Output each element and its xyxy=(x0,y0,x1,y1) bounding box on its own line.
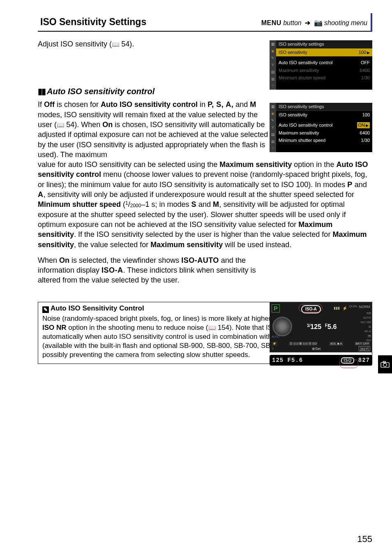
vf-strip-count: 827 xyxy=(358,357,370,364)
paragraph-3: When On is selected, the viewfinder show… xyxy=(38,255,272,285)
lcd1-title: ISO sensitivity settings xyxy=(276,40,372,49)
vf-norm: NORM xyxy=(359,304,371,309)
section-title: ISO Sensitivity Settings xyxy=(40,16,146,28)
lcd1-row-iso: ISO sensitivity100▶ xyxy=(276,49,372,56)
vf-mode: P xyxy=(272,304,280,313)
vf-strip-exposure: 125 F5.6 xyxy=(272,357,303,364)
intro-ref: 54 xyxy=(121,40,129,48)
vf-exposure: 1/125 F5.6 xyxy=(307,322,337,331)
vf-dial-icon xyxy=(272,317,292,336)
paragraph-2: value for auto ISO sensitivity can be se… xyxy=(38,160,372,250)
camera-icon: 📷 xyxy=(314,19,323,27)
vf-right-col: WB AUTOISO 100⊞AF-A[■]ISO xyxy=(359,311,371,343)
menu-button-suffix: button xyxy=(283,19,301,26)
intro-b: ). xyxy=(129,40,134,48)
lcd1-row-auto: Auto ISO sensitivity controlOFF xyxy=(276,59,372,67)
lcd2-row-min: Minimum shutter speed1/30 xyxy=(276,137,372,144)
vf-info-bar: ⚡⊡ 0.0 ⊠ 0.0 ⊟ SDADL ■ ABKT OFF xyxy=(272,341,370,346)
arrow-icon: ➔ xyxy=(305,19,310,26)
lcd2-row-iso: ISO sensitivity100 xyxy=(276,111,372,119)
section-header: ISO Sensitivity Settings MENU button ➔ 📷… xyxy=(38,13,372,32)
svg-point-1 xyxy=(383,363,387,366)
side-tab-camera-icon xyxy=(378,355,392,373)
lcd-screenshot-on: ▥◉✎Ÿ▤▦? ISO sensitivity settings ISO sen… xyxy=(270,103,372,152)
vf-strip-iso-highlight xyxy=(339,359,358,368)
vf-auto-tag: AUTO xyxy=(272,335,279,338)
book-icon: 📖 xyxy=(112,41,121,48)
lcd2-row-max: Maximum sensitivity6400 xyxy=(276,129,372,137)
lcd2-row-auto: Auto ISO sensitivity controlON▶ xyxy=(276,121,372,129)
pencil-icon: ✎ xyxy=(42,306,49,313)
lcd-tab-icons: ▥◉✎Ÿ▤▦? xyxy=(270,40,276,90)
vf-battery-icon: ▮▮▮ xyxy=(334,306,340,310)
intro-a: Adjust ISO sensitivity ( xyxy=(38,40,112,48)
menu-name: shooting menu xyxy=(324,19,367,26)
vf-qual: QUAL xyxy=(349,304,358,309)
paragraph-1: If Off is chosen for Auto ISO sensitivit… xyxy=(38,100,272,160)
lcd1-row-max: Maximum sensitivity6400 xyxy=(276,67,372,74)
vf-iso-a-badge: ISO-A xyxy=(301,305,321,313)
svg-rect-2 xyxy=(383,361,385,363)
page-number: 155 xyxy=(357,533,372,545)
viewfinder-illustration: P ISO-A ▮▮▮ ⚡ QUAL NORM 1/125 F5.6 WB AU… xyxy=(270,302,372,368)
lcd-screenshot-off: ▥◉✎Ÿ▤▦? ISO sensitivity settings ISO sen… xyxy=(270,40,372,90)
menu-button-label: MENU xyxy=(261,19,281,26)
vf-flash-icon: ⚡ xyxy=(342,306,347,311)
lcd2-title: ISO sensitivity settings xyxy=(276,103,372,111)
vf-bottom-row: ?⊕Set[827] xyxy=(272,346,370,351)
lcd-tab-icons: ▥◉✎Ÿ▤▦? xyxy=(270,103,276,152)
lcd1-row-min: Minimum shutter speed1/30 xyxy=(276,74,372,82)
header-path: MENU button ➔ 📷 shooting menu xyxy=(261,19,367,28)
